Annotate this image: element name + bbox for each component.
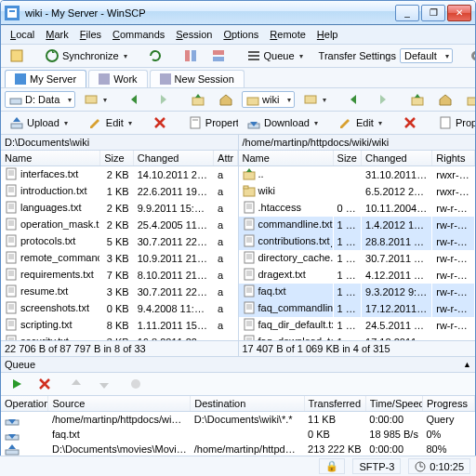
synchronize-button[interactable]: Synchronize xyxy=(40,46,132,65)
queue-button[interactable]: Queue xyxy=(242,46,308,65)
minimize-button[interactable]: _ xyxy=(395,5,419,21)
queue-options-button[interactable] xyxy=(124,375,148,393)
download-button[interactable]: Download xyxy=(242,113,323,132)
left-forward-button[interactable] xyxy=(151,90,175,109)
queue-play-button[interactable] xyxy=(5,375,29,393)
right-history-button[interactable] xyxy=(298,90,331,109)
table-row[interactable]: wiki6.5.2012 21:46:54rwxr-xr-x xyxy=(239,183,475,200)
toggle-button-2[interactable] xyxy=(206,46,231,65)
table-row[interactable]: commandline.txt1 KB1.4.2012 11:53:47rw-r… xyxy=(239,217,475,233)
left-home-button[interactable] xyxy=(214,90,238,109)
column-header[interactable]: Time/Speed xyxy=(365,396,422,412)
right-edit-button[interactable]: Edit xyxy=(334,113,387,132)
table-row[interactable]: resume.txt3 KB30.7.2011 22:45:08a xyxy=(1,284,237,300)
right-properties-button[interactable]: Properties xyxy=(433,113,475,132)
column-header[interactable]: Destination xyxy=(191,396,304,412)
left-back-button[interactable] xyxy=(123,90,147,109)
svg-rect-35 xyxy=(441,117,450,128)
svg-rect-26 xyxy=(468,98,475,105)
table-row[interactable]: security.txt3 KB16.8.2011 22:04:29a xyxy=(1,334,237,340)
column-header[interactable]: Name xyxy=(239,151,334,166)
column-header[interactable]: Progress xyxy=(422,396,474,412)
right-forward-button[interactable] xyxy=(370,90,394,109)
queue-row[interactable]: faq.txt0 KB18 985 B/s0% xyxy=(1,427,475,442)
right-root-button[interactable] xyxy=(461,90,475,109)
menu-mark[interactable]: Mark xyxy=(40,27,73,42)
table-row[interactable]: ..31.10.2011 23:03:09rwxr-xr-x xyxy=(239,166,475,184)
menu-files[interactable]: Files xyxy=(74,27,107,42)
session-tab[interactable]: Work xyxy=(88,70,147,87)
column-header[interactable]: Changed xyxy=(133,151,213,166)
toggle-button-1[interactable] xyxy=(178,46,203,65)
column-header[interactable]: Transferred xyxy=(304,396,365,412)
right-delete-button[interactable] xyxy=(398,113,422,132)
table-row[interactable]: faq.txt1 KB9.3.2012 9:09:44rw-r--r-- xyxy=(239,284,475,300)
queue-down-button[interactable] xyxy=(92,375,116,393)
main-toolbar: Synchronize Queue Transfer Settings Defa… xyxy=(1,45,475,68)
menu-options[interactable]: Options xyxy=(218,27,264,42)
table-row[interactable]: operation_mask.txt2 KB25.4.2005 11:35:48… xyxy=(1,217,237,233)
queue-delete-button[interactable] xyxy=(33,375,57,393)
left-edit-button[interactable]: Edit xyxy=(84,113,137,132)
table-row[interactable]: requirements.txt7 KB8.10.2011 21:24:34a xyxy=(1,267,237,284)
settings-button[interactable] xyxy=(464,46,475,65)
table-row[interactable]: interfaces.txt2 KB14.10.2011 22:02:06a xyxy=(1,166,237,184)
svg-rect-6 xyxy=(192,50,196,61)
menu-commands[interactable]: Commands xyxy=(107,27,170,42)
column-header[interactable]: Attr xyxy=(214,151,237,166)
maximize-button[interactable]: ❐ xyxy=(421,5,445,21)
table-row[interactable]: protocols.txt5 KB30.7.2011 22:14:42a xyxy=(1,233,237,250)
close-button[interactable]: ✕ xyxy=(447,5,471,21)
column-header[interactable]: Size xyxy=(333,151,361,166)
table-row[interactable]: faq_commandlin…1 KB17.12.2011 11:45:36rw… xyxy=(239,300,475,317)
session-tab[interactable]: My Server xyxy=(5,70,86,87)
table-row[interactable]: languages.txt2 KB9.9.2011 15:03:29a xyxy=(1,200,237,217)
column-header[interactable]: Source xyxy=(48,396,191,412)
table-row[interactable]: remote_command…3 KB10.9.2011 21:01:44a xyxy=(1,250,237,267)
lock-icon: 🔒 xyxy=(325,460,338,472)
queue-row[interactable]: /home/martinp/httpdocs/wik…D:\Documents\… xyxy=(1,412,475,428)
remote-status: 17 407 B of 1 069 KB in 4 of 315 xyxy=(239,340,476,356)
table-row[interactable]: faq_dir_default.txt1 KB24.5.2011 11:17:2… xyxy=(239,317,475,334)
table-row[interactable]: .htaccess0 KB10.11.2004 21:46:46rw-r--r-… xyxy=(239,200,475,217)
left-properties-button[interactable]: Properties xyxy=(183,113,238,132)
svg-rect-132 xyxy=(6,450,19,455)
menu-local[interactable]: Local xyxy=(5,27,40,42)
svg-rect-9 xyxy=(248,51,259,53)
refresh-button[interactable] xyxy=(143,46,167,65)
upload-button[interactable]: Upload xyxy=(5,113,73,132)
session-tab[interactable]: New Session xyxy=(150,70,245,87)
column-header[interactable]: Operation xyxy=(1,396,48,412)
queue-title: Queue xyxy=(5,359,35,370)
column-header[interactable]: Size xyxy=(100,151,134,166)
queue-up-button[interactable] xyxy=(64,375,88,393)
svg-rect-23 xyxy=(247,98,258,105)
table-row[interactable]: introduction.txt1 KB22.6.2011 19:47:36a xyxy=(1,183,237,200)
right-back-button[interactable] xyxy=(342,90,366,109)
right-home-button[interactable] xyxy=(433,90,457,109)
column-header[interactable]: Changed xyxy=(362,151,432,166)
table-row[interactable]: dragext.txt1 KB4.12.2011 22:19:32rw-r--r… xyxy=(239,267,475,284)
menu-session[interactable]: Session xyxy=(170,27,218,42)
right-drive-combo[interactable]: wiki xyxy=(242,91,295,108)
table-row[interactable]: directory_cache.txt1 KB30.7.2011 22:24:5… xyxy=(239,250,475,267)
menu-remote[interactable]: Remote xyxy=(264,27,311,42)
column-header[interactable]: Rights xyxy=(432,151,475,166)
left-drive-combo[interactable]: D: Data xyxy=(5,91,75,108)
left-up-button[interactable] xyxy=(186,90,210,109)
table-row[interactable]: screenshots.txt0 KB9.4.2008 11:29:58a xyxy=(1,300,237,317)
right-up-button[interactable] xyxy=(405,90,430,109)
queue-collapse-button[interactable]: ▲ xyxy=(463,360,471,369)
remote-file-list[interactable]: NameSizeChangedRights..31.10.2011 23:03:… xyxy=(239,151,476,340)
transfer-settings-combo[interactable]: Default xyxy=(400,48,453,63)
table-row[interactable]: scripting.txt8 KB1.11.2011 15:19:57a xyxy=(1,317,237,334)
column-header[interactable]: Name xyxy=(1,151,100,166)
queue-row[interactable]: D:\Documents\movies\Movi…/home/martinp/h… xyxy=(1,442,475,456)
menu-help[interactable]: Help xyxy=(311,27,344,42)
left-history-button[interactable] xyxy=(79,90,112,109)
table-row[interactable]: faq_download_te…1 KB17.12.2011 13:22:18r… xyxy=(239,334,475,340)
left-delete-button[interactable] xyxy=(148,113,172,132)
address-book-button[interactable] xyxy=(5,46,29,65)
local-file-list[interactable]: NameSizeChangedAttrinterfaces.txt2 KB14.… xyxy=(1,151,238,340)
table-row[interactable]: contributions.txt1 KB28.8.2011 7:14:44rw… xyxy=(239,233,475,250)
